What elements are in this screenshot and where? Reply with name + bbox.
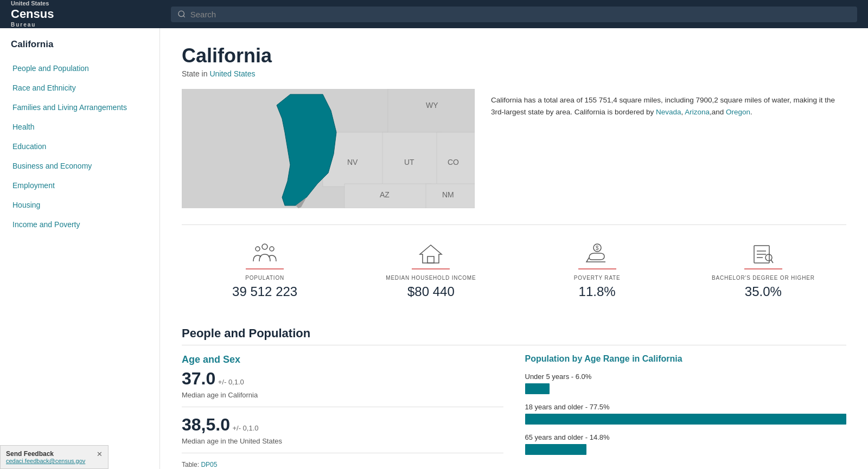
- page-subtitle: State in United States: [182, 69, 846, 78]
- median-age-ca-margin: +/- 0,1.0: [218, 378, 244, 386]
- svg-rect-21: [427, 256, 434, 263]
- diploma-icon: [749, 241, 777, 265]
- median-age-us: 38,5.0: [182, 415, 230, 434]
- stat-label-degree: BACHELOR'S DEGREE OR HIGHER: [712, 275, 815, 281]
- bar-row-18plus: 18 years and older - 77.5%: [525, 403, 847, 425]
- stat-degree: BACHELOR'S DEGREE OR HIGHER 35.0%: [680, 241, 846, 299]
- stat-value-income: $80 440: [407, 284, 455, 299]
- table-ref: Table: DP05 Table Survey/Program: 2019 A…: [182, 461, 503, 469]
- top-section: WY NV UT CO AZ NM: [182, 89, 846, 208]
- svg-point-18: [256, 247, 260, 251]
- stat-underline-population: [246, 268, 284, 269]
- stat-income: MEDIAN HOUSEHOLD INCOME $80 440: [348, 241, 514, 299]
- layout: California People and Population Race an…: [0, 28, 868, 469]
- bar-track-18plus: [525, 414, 847, 425]
- stat-underline-degree: [744, 268, 782, 269]
- page-title: California: [182, 44, 846, 67]
- logo-area: United States Census Bureau: [11, 0, 171, 28]
- table-link[interactable]: DP05: [201, 461, 217, 468]
- bar-fill-65plus: [525, 444, 586, 455]
- bar-track-65plus: [525, 444, 847, 455]
- bar-fill-18plus: [525, 414, 847, 425]
- svg-text:CO: CO: [448, 158, 459, 166]
- feedback-close-button[interactable]: ✕: [97, 450, 103, 458]
- sidebar-item-education[interactable]: Education: [0, 137, 159, 156]
- stat-population: POPULATION 39 512 223: [182, 241, 348, 299]
- svg-text:WY: WY: [426, 101, 438, 110]
- logo-bureau: Bureau: [11, 22, 54, 28]
- stat-value-poverty: 11.8%: [579, 284, 616, 299]
- svg-text:NV: NV: [347, 158, 358, 166]
- state-description: California has a total area of 155 751,4…: [491, 89, 846, 208]
- stat-underline-poverty: [578, 268, 616, 269]
- svg-rect-3: [388, 89, 475, 138]
- stat-label-population: POPULATION: [245, 275, 284, 281]
- state-map: WY NV UT CO AZ NM: [182, 89, 475, 208]
- sidebar-item-business[interactable]: Business and Economy: [0, 156, 159, 176]
- sidebar-item-housing[interactable]: Housing: [0, 195, 159, 215]
- sidebar-item-health[interactable]: Health: [0, 117, 159, 137]
- age-chart-col: Population by Age Range in California Un…: [525, 354, 847, 469]
- map-container: WY NV UT CO AZ NM: [182, 89, 475, 208]
- logo-text: United States Census Bureau: [11, 0, 54, 28]
- section-title-people: People and Population: [182, 326, 846, 345]
- hand-coin-icon: $: [583, 241, 611, 265]
- feedback-label: Send Feedback: [6, 450, 85, 458]
- nevada-link[interactable]: Nevada: [656, 108, 681, 116]
- stat-value-population: 39 512 223: [232, 284, 297, 299]
- age-sex-value2-container: 38,5.0 +/- 0,1.0: [182, 415, 503, 435]
- age-sex-value1-container: 37.0 +/- 0,1.0: [182, 369, 503, 389]
- search-icon: [177, 10, 186, 18]
- svg-point-17: [262, 244, 267, 249]
- bar-label-65plus: 65 years and older - 14.8%: [525, 433, 847, 441]
- sidebar-item-employment[interactable]: Employment: [0, 176, 159, 195]
- sidebar-item-families[interactable]: Families and Living Arrangements: [0, 98, 159, 117]
- bar-label-18plus: 18 years and older - 77.5%: [525, 403, 847, 411]
- united-states-link[interactable]: United States: [209, 69, 255, 78]
- logo-line1: United States: [11, 0, 54, 7]
- stat-label-poverty: POVERTY RATE: [574, 275, 621, 281]
- svg-line-29: [771, 260, 773, 263]
- sidebar-state-title: California: [0, 39, 159, 59]
- oregon-link[interactable]: Oregon: [726, 108, 750, 116]
- bar-label-under5: Under 5 years - 6.0%: [525, 372, 847, 381]
- median-age-ca: 37.0: [182, 369, 215, 388]
- age-sex-col: Age and Sex 37.0 +/- 0,1.0 Median age in…: [182, 354, 503, 469]
- svg-text:NM: NM: [442, 190, 454, 199]
- people-population-section: People and Population Age and Sex 37.0 +…: [182, 326, 846, 469]
- bar-row-under5: Under 5 years - 6.0%: [525, 372, 847, 394]
- sidebar-item-race[interactable]: Race and Ethnicity: [0, 78, 159, 98]
- header: United States Census Bureau: [0, 0, 868, 28]
- section-content: Age and Sex 37.0 +/- 0,1.0 Median age in…: [182, 354, 846, 469]
- bar-row-65plus: 65 years and older - 14.8%: [525, 433, 847, 455]
- search-bar[interactable]: [171, 7, 857, 22]
- search-input[interactable]: [190, 10, 851, 19]
- svg-point-0: [178, 11, 184, 16]
- logo-census: Census: [11, 7, 54, 21]
- svg-text:AZ: AZ: [380, 190, 390, 199]
- house-icon: [417, 241, 445, 265]
- stat-poverty: $ POVERTY RATE 11.8%: [514, 241, 680, 299]
- bar-fill-under5: [525, 383, 550, 394]
- stat-underline-income: [412, 268, 450, 269]
- median-age-us-margin: +/- 0,1.0: [232, 424, 258, 432]
- age-chart-title: Population by Age Range in California: [525, 354, 847, 364]
- main-content: California State in United States WY NV: [160, 28, 868, 469]
- age-sex-title: Age and Sex: [182, 354, 503, 365]
- sidebar-item-people[interactable]: People and Population: [0, 59, 159, 78]
- stat-label-income: MEDIAN HOUSEHOLD INCOME: [386, 275, 476, 281]
- sidebar: California People and Population Race an…: [0, 28, 160, 469]
- svg-line-1: [183, 16, 185, 17]
- svg-marker-20: [420, 245, 442, 263]
- stats-row: POPULATION 39 512 223 MEDIAN HOUSEHOLD I…: [182, 236, 846, 305]
- feedback-box: Send Feedback cedaci.feedback@census.gov…: [0, 445, 108, 469]
- feedback-email[interactable]: cedaci.feedback@census.gov: [6, 458, 85, 464]
- svg-text:$: $: [596, 245, 599, 251]
- bar-track-under5: [525, 383, 847, 394]
- arizona-link[interactable]: Arizona: [685, 108, 710, 116]
- svg-point-19: [270, 247, 274, 251]
- median-age-us-desc: Median age in the United States: [182, 437, 503, 453]
- stat-value-degree: 35.0%: [745, 284, 782, 299]
- people-icon: [251, 241, 279, 265]
- sidebar-item-income[interactable]: Income and Poverty: [0, 215, 159, 234]
